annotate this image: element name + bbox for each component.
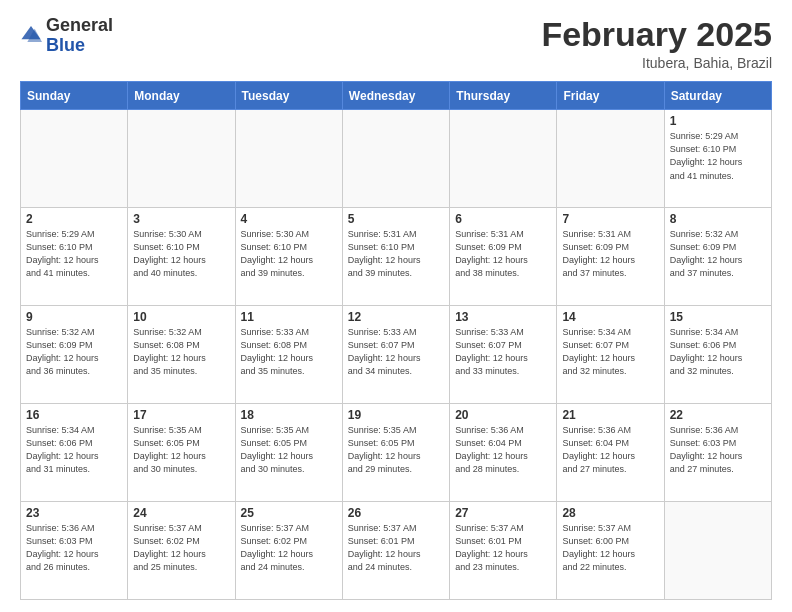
calendar-cell <box>21 110 128 208</box>
location: Itubera, Bahia, Brazil <box>541 55 772 71</box>
day-number: 3 <box>133 212 229 226</box>
day-info: Sunrise: 5:36 AMSunset: 6:03 PMDaylight:… <box>26 522 122 574</box>
day-info: Sunrise: 5:34 AMSunset: 6:06 PMDaylight:… <box>670 326 766 378</box>
calendar-cell: 2Sunrise: 5:29 AMSunset: 6:10 PMDaylight… <box>21 208 128 306</box>
day-number: 9 <box>26 310 122 324</box>
calendar-cell: 22Sunrise: 5:36 AMSunset: 6:03 PMDayligh… <box>664 404 771 502</box>
day-info: Sunrise: 5:32 AMSunset: 6:09 PMDaylight:… <box>670 228 766 280</box>
calendar-cell: 23Sunrise: 5:36 AMSunset: 6:03 PMDayligh… <box>21 502 128 600</box>
day-number: 19 <box>348 408 444 422</box>
day-info: Sunrise: 5:33 AMSunset: 6:07 PMDaylight:… <box>348 326 444 378</box>
day-number: 22 <box>670 408 766 422</box>
week-row-5: 23Sunrise: 5:36 AMSunset: 6:03 PMDayligh… <box>21 502 772 600</box>
day-info: Sunrise: 5:34 AMSunset: 6:06 PMDaylight:… <box>26 424 122 476</box>
day-info: Sunrise: 5:30 AMSunset: 6:10 PMDaylight:… <box>133 228 229 280</box>
day-number: 10 <box>133 310 229 324</box>
calendar-cell: 16Sunrise: 5:34 AMSunset: 6:06 PMDayligh… <box>21 404 128 502</box>
calendar-cell: 21Sunrise: 5:36 AMSunset: 6:04 PMDayligh… <box>557 404 664 502</box>
calendar-cell: 26Sunrise: 5:37 AMSunset: 6:01 PMDayligh… <box>342 502 449 600</box>
day-number: 14 <box>562 310 658 324</box>
day-header-tuesday: Tuesday <box>235 82 342 110</box>
day-info: Sunrise: 5:36 AMSunset: 6:04 PMDaylight:… <box>455 424 551 476</box>
week-row-4: 16Sunrise: 5:34 AMSunset: 6:06 PMDayligh… <box>21 404 772 502</box>
day-number: 27 <box>455 506 551 520</box>
day-info: Sunrise: 5:32 AMSunset: 6:08 PMDaylight:… <box>133 326 229 378</box>
day-info: Sunrise: 5:36 AMSunset: 6:03 PMDaylight:… <box>670 424 766 476</box>
day-header-sunday: Sunday <box>21 82 128 110</box>
calendar-cell: 9Sunrise: 5:32 AMSunset: 6:09 PMDaylight… <box>21 306 128 404</box>
calendar-cell: 20Sunrise: 5:36 AMSunset: 6:04 PMDayligh… <box>450 404 557 502</box>
logo-general-text: General <box>46 15 113 35</box>
calendar-cell <box>557 110 664 208</box>
calendar-cell: 10Sunrise: 5:32 AMSunset: 6:08 PMDayligh… <box>128 306 235 404</box>
calendar-cell: 6Sunrise: 5:31 AMSunset: 6:09 PMDaylight… <box>450 208 557 306</box>
calendar-cell: 13Sunrise: 5:33 AMSunset: 6:07 PMDayligh… <box>450 306 557 404</box>
day-header-thursday: Thursday <box>450 82 557 110</box>
calendar-cell: 18Sunrise: 5:35 AMSunset: 6:05 PMDayligh… <box>235 404 342 502</box>
day-number: 15 <box>670 310 766 324</box>
day-number: 1 <box>670 114 766 128</box>
day-number: 17 <box>133 408 229 422</box>
day-info: Sunrise: 5:33 AMSunset: 6:08 PMDaylight:… <box>241 326 337 378</box>
week-row-3: 9Sunrise: 5:32 AMSunset: 6:09 PMDaylight… <box>21 306 772 404</box>
calendar-cell: 11Sunrise: 5:33 AMSunset: 6:08 PMDayligh… <box>235 306 342 404</box>
calendar-cell: 5Sunrise: 5:31 AMSunset: 6:10 PMDaylight… <box>342 208 449 306</box>
day-info: Sunrise: 5:37 AMSunset: 6:02 PMDaylight:… <box>241 522 337 574</box>
day-number: 21 <box>562 408 658 422</box>
day-number: 20 <box>455 408 551 422</box>
calendar-cell <box>450 110 557 208</box>
day-info: Sunrise: 5:31 AMSunset: 6:09 PMDaylight:… <box>455 228 551 280</box>
day-number: 8 <box>670 212 766 226</box>
day-header-monday: Monday <box>128 82 235 110</box>
day-info: Sunrise: 5:37 AMSunset: 6:00 PMDaylight:… <box>562 522 658 574</box>
day-info: Sunrise: 5:32 AMSunset: 6:09 PMDaylight:… <box>26 326 122 378</box>
calendar-cell: 27Sunrise: 5:37 AMSunset: 6:01 PMDayligh… <box>450 502 557 600</box>
calendar-table: SundayMondayTuesdayWednesdayThursdayFrid… <box>20 81 772 600</box>
day-info: Sunrise: 5:30 AMSunset: 6:10 PMDaylight:… <box>241 228 337 280</box>
week-row-1: 1Sunrise: 5:29 AMSunset: 6:10 PMDaylight… <box>21 110 772 208</box>
day-number: 12 <box>348 310 444 324</box>
day-header-friday: Friday <box>557 82 664 110</box>
day-number: 26 <box>348 506 444 520</box>
day-info: Sunrise: 5:34 AMSunset: 6:07 PMDaylight:… <box>562 326 658 378</box>
day-info: Sunrise: 5:37 AMSunset: 6:01 PMDaylight:… <box>455 522 551 574</box>
day-info: Sunrise: 5:37 AMSunset: 6:02 PMDaylight:… <box>133 522 229 574</box>
day-info: Sunrise: 5:31 AMSunset: 6:09 PMDaylight:… <box>562 228 658 280</box>
calendar-cell: 24Sunrise: 5:37 AMSunset: 6:02 PMDayligh… <box>128 502 235 600</box>
calendar-cell: 25Sunrise: 5:37 AMSunset: 6:02 PMDayligh… <box>235 502 342 600</box>
calendar-cell: 12Sunrise: 5:33 AMSunset: 6:07 PMDayligh… <box>342 306 449 404</box>
day-number: 18 <box>241 408 337 422</box>
day-info: Sunrise: 5:35 AMSunset: 6:05 PMDaylight:… <box>241 424 337 476</box>
calendar-cell <box>342 110 449 208</box>
calendar-cell: 17Sunrise: 5:35 AMSunset: 6:05 PMDayligh… <box>128 404 235 502</box>
day-number: 11 <box>241 310 337 324</box>
calendar-cell: 8Sunrise: 5:32 AMSunset: 6:09 PMDaylight… <box>664 208 771 306</box>
calendar-cell: 7Sunrise: 5:31 AMSunset: 6:09 PMDaylight… <box>557 208 664 306</box>
logo-icon <box>20 23 42 45</box>
day-info: Sunrise: 5:36 AMSunset: 6:04 PMDaylight:… <box>562 424 658 476</box>
day-info: Sunrise: 5:31 AMSunset: 6:10 PMDaylight:… <box>348 228 444 280</box>
day-number: 24 <box>133 506 229 520</box>
logo: General Blue <box>20 16 113 56</box>
day-info: Sunrise: 5:35 AMSunset: 6:05 PMDaylight:… <box>133 424 229 476</box>
day-number: 25 <box>241 506 337 520</box>
logo-blue-text: Blue <box>46 35 85 55</box>
calendar-cell: 1Sunrise: 5:29 AMSunset: 6:10 PMDaylight… <box>664 110 771 208</box>
day-number: 4 <box>241 212 337 226</box>
header: General Blue February 2025 Itubera, Bahi… <box>20 16 772 71</box>
week-row-2: 2Sunrise: 5:29 AMSunset: 6:10 PMDaylight… <box>21 208 772 306</box>
day-number: 28 <box>562 506 658 520</box>
day-number: 7 <box>562 212 658 226</box>
calendar-header-row: SundayMondayTuesdayWednesdayThursdayFrid… <box>21 82 772 110</box>
day-info: Sunrise: 5:29 AMSunset: 6:10 PMDaylight:… <box>670 130 766 182</box>
day-info: Sunrise: 5:35 AMSunset: 6:05 PMDaylight:… <box>348 424 444 476</box>
day-number: 5 <box>348 212 444 226</box>
calendar-cell: 4Sunrise: 5:30 AMSunset: 6:10 PMDaylight… <box>235 208 342 306</box>
calendar-cell: 14Sunrise: 5:34 AMSunset: 6:07 PMDayligh… <box>557 306 664 404</box>
month-title: February 2025 <box>541 16 772 53</box>
day-number: 13 <box>455 310 551 324</box>
day-number: 16 <box>26 408 122 422</box>
calendar-cell <box>235 110 342 208</box>
day-info: Sunrise: 5:33 AMSunset: 6:07 PMDaylight:… <box>455 326 551 378</box>
day-header-saturday: Saturday <box>664 82 771 110</box>
